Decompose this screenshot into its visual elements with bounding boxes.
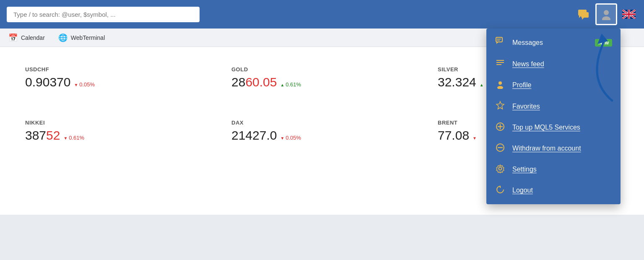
svg-marker-24 bbox=[496, 101, 504, 109]
user-dropdown-menu: Messages New News feed Profile bbox=[486, 29, 621, 204]
ticker-gold: GOLD 2860.05 0.61% bbox=[231, 60, 413, 96]
messages-label: Messages bbox=[512, 39, 587, 47]
ticker-value-gold: 2860.05 bbox=[231, 75, 277, 89]
new-badge: New bbox=[595, 39, 612, 47]
svg-point-4 bbox=[604, 10, 609, 15]
header-right bbox=[575, 3, 637, 25]
chat-button[interactable] bbox=[575, 6, 592, 23]
menu-item-messages[interactable]: Messages New bbox=[486, 32, 621, 53]
ticker-change-usdchf: 0.05% bbox=[74, 81, 95, 88]
favorites-icon bbox=[495, 101, 506, 112]
ticker-usdchf: USDCHF 0.90370 0.05% bbox=[25, 60, 206, 96]
ticker-name-usdchf: USDCHF bbox=[25, 66, 206, 73]
svg-point-22 bbox=[499, 81, 502, 85]
withdraw-label: Withdraw from account bbox=[512, 145, 612, 152]
withdraw-icon bbox=[495, 143, 506, 154]
menu-item-newsfeed[interactable]: News feed bbox=[486, 53, 621, 75]
ticker-dax: DAX 21427.0 0.05% bbox=[231, 113, 413, 149]
logout-icon bbox=[495, 185, 506, 196]
ticker-change-dax: 0.05% bbox=[280, 135, 301, 141]
profile-icon bbox=[600, 8, 612, 20]
svg-point-23 bbox=[497, 86, 503, 89]
topup-label: Top up MQL5 Services bbox=[512, 124, 612, 131]
header bbox=[0, 0, 644, 29]
ticker-change-nikkei: 0.61% bbox=[63, 135, 84, 141]
chat-icon bbox=[577, 8, 590, 21]
ticker-value-usdchf: 0.90370 bbox=[25, 75, 70, 89]
ticker-value-nikkei: 38752 bbox=[25, 128, 60, 143]
settings-icon bbox=[495, 164, 506, 175]
svg-rect-14 bbox=[628, 10, 629, 18]
language-button[interactable] bbox=[621, 8, 637, 21]
menu-item-favorites[interactable]: Favorites bbox=[486, 96, 621, 117]
menu-item-settings[interactable]: Settings bbox=[486, 159, 621, 180]
search-input[interactable] bbox=[7, 7, 200, 22]
messages-icon bbox=[495, 37, 506, 48]
webterminal-icon: 🌐 bbox=[58, 33, 68, 42]
menu-item-topup[interactable]: Top up MQL5 Services bbox=[486, 117, 621, 138]
settings-label: Settings bbox=[512, 166, 612, 173]
menu-item-profile[interactable]: Profile bbox=[486, 75, 621, 96]
profile-label: Profile bbox=[512, 81, 612, 89]
favorites-label: Favorites bbox=[512, 103, 612, 110]
ticker-value-brent: 77.08 bbox=[438, 128, 469, 143]
newsfeed-icon bbox=[495, 58, 506, 70]
ticker-value-silver: 32.324 bbox=[438, 75, 476, 89]
ticker-name-nikkei: NIKKEI bbox=[25, 120, 206, 126]
newsfeed-label: News feed bbox=[512, 60, 612, 68]
topup-icon bbox=[495, 122, 506, 133]
webterminal-nav-item[interactable]: 🌐 WebTerminal bbox=[58, 33, 105, 42]
svg-point-30 bbox=[499, 167, 502, 170]
profile-menu-icon bbox=[495, 80, 506, 91]
ticker-nikkei: NIKKEI 38752 0.61% bbox=[25, 113, 206, 149]
svg-point-5 bbox=[602, 16, 610, 20]
svg-rect-2 bbox=[581, 12, 589, 18]
menu-item-logout[interactable]: Logout bbox=[486, 180, 621, 201]
ticker-name-gold: GOLD bbox=[231, 66, 413, 73]
uk-flag-icon bbox=[622, 10, 636, 19]
svg-rect-15 bbox=[496, 37, 502, 42]
ticker-change-gold: 0.61% bbox=[280, 81, 301, 88]
ticker-change-silver bbox=[480, 81, 484, 88]
logout-label: Logout bbox=[512, 187, 612, 194]
calendar-nav-item[interactable]: 📅 Calendar bbox=[8, 33, 45, 42]
menu-item-withdraw[interactable]: Withdraw from account bbox=[486, 138, 621, 159]
calendar-label: Calendar bbox=[21, 34, 45, 41]
ticker-name-dax: DAX bbox=[231, 120, 413, 126]
ticker-value-dax: 21427.0 bbox=[231, 128, 277, 143]
ticker-change-brent bbox=[473, 135, 477, 141]
svg-marker-3 bbox=[582, 18, 584, 20]
calendar-icon: 📅 bbox=[8, 33, 18, 42]
webterminal-label: WebTerminal bbox=[71, 34, 105, 41]
profile-button[interactable] bbox=[595, 3, 617, 25]
svg-marker-18 bbox=[496, 42, 499, 44]
